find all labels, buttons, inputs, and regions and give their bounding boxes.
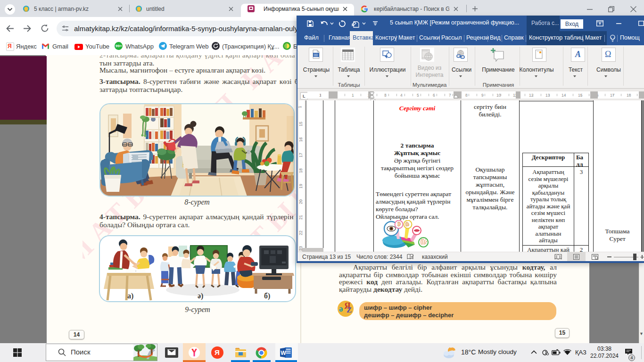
svg-text:Ω: Ω bbox=[605, 49, 611, 59]
svg-text:W: W bbox=[281, 350, 286, 356]
svg-text:A: A bbox=[575, 49, 581, 59]
